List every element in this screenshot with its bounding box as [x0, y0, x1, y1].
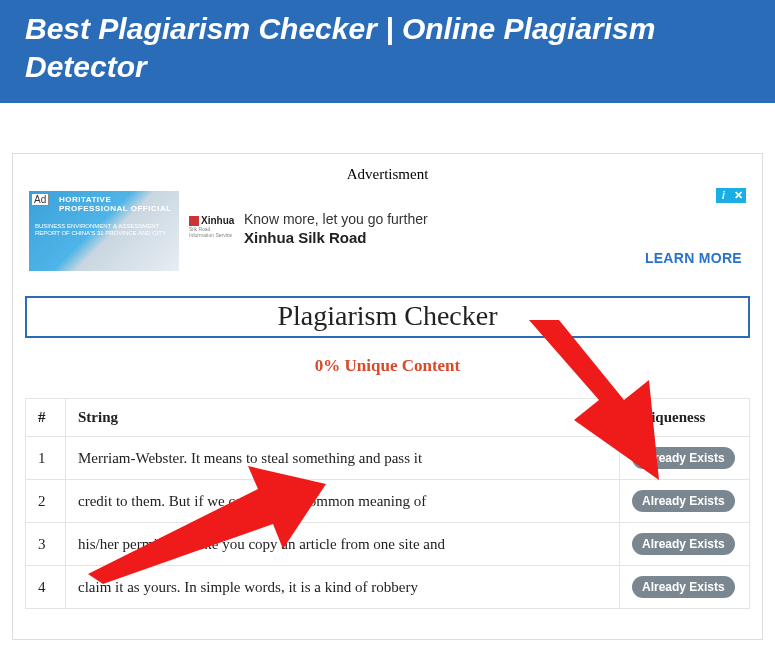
ad-logo: Xinhua Silk Road Information Service — [189, 215, 234, 235]
status-badge-exists: Already Exists — [632, 576, 735, 598]
status-badge-exists: Already Exists — [632, 490, 735, 512]
ad-title: Xinhua Silk Road — [244, 229, 428, 246]
status-badge-exists: Already Exists — [632, 447, 735, 469]
adchoices-icons[interactable]: i ✕ — [716, 188, 746, 203]
table-row: 4 claim it as yours. In simple words, it… — [26, 566, 750, 609]
col-uniqueness-header: Uniqueness — [620, 399, 750, 437]
ad-badge: Ad — [31, 193, 49, 206]
row-uniqueness: Already Exists — [620, 437, 750, 480]
ad-thumb-subtext: BUSINESS ENVIRONMENT & ASSESSMENT REPORT… — [35, 223, 179, 236]
page-title: Best Plagiarism Checker | Online Plagiar… — [25, 10, 750, 85]
ad-logo-text: Xinhua — [201, 215, 234, 226]
ad-thumbnail[interactable]: Ad HORITATIVE PROFESSIONAL OFFICIAL BUSI… — [29, 191, 179, 271]
row-string: claim it as yours. In simple words, it i… — [66, 566, 620, 609]
spacer — [0, 103, 775, 153]
row-uniqueness: Already Exists — [620, 480, 750, 523]
row-string: his/her permission, like you copy an art… — [66, 523, 620, 566]
table-row: 1 Merriam-Webster. It means to steal som… — [26, 437, 750, 480]
table-header-row: # String Uniqueness — [26, 399, 750, 437]
row-number: 4 — [26, 566, 66, 609]
row-number: 1 — [26, 437, 66, 480]
row-string: credit to them. But if we come to the co… — [66, 480, 620, 523]
col-string-header: String — [66, 399, 620, 437]
row-uniqueness: Already Exists — [620, 523, 750, 566]
ad-learn-more-link[interactable]: LEARN MORE — [645, 250, 742, 266]
row-number: 2 — [26, 480, 66, 523]
row-number: 3 — [26, 523, 66, 566]
table-row: 2 credit to them. But if we come to the … — [26, 480, 750, 523]
row-uniqueness: Already Exists — [620, 566, 750, 609]
col-number-header: # — [26, 399, 66, 437]
ad-logo-icon — [189, 216, 199, 226]
adchoices-close-icon[interactable]: ✕ — [731, 188, 746, 203]
results-table: # String Uniqueness 1 Merriam-Webster. I… — [25, 398, 750, 609]
adchoices-info-icon[interactable]: i — [716, 188, 731, 203]
ad-tagline: Know more, let you go further — [244, 211, 428, 227]
page-header: Best Plagiarism Checker | Online Plagiar… — [0, 0, 775, 103]
ad-thumb-headline: HORITATIVE PROFESSIONAL OFFICIAL — [59, 195, 175, 213]
section-title: Plagiarism Checker — [27, 300, 748, 332]
section-title-box: Plagiarism Checker — [25, 296, 750, 338]
ad-logo-sub: Silk Road Information Service — [189, 226, 234, 238]
content-frame: Advertisment i ✕ Ad HORITATIVE PROFESSIO… — [12, 153, 763, 640]
ad-copy[interactable]: Know more, let you go further Xinhua Sil… — [244, 211, 428, 246]
uniqueness-summary: 0% Unique Content — [21, 356, 754, 376]
status-badge-exists: Already Exists — [632, 533, 735, 555]
row-string: Merriam-Webster. It means to steal somet… — [66, 437, 620, 480]
table-row: 3 his/her permission, like you copy an a… — [26, 523, 750, 566]
advertisement-block: Advertisment i ✕ Ad HORITATIVE PROFESSIO… — [21, 166, 754, 296]
ad-label: Advertisment — [29, 166, 746, 183]
